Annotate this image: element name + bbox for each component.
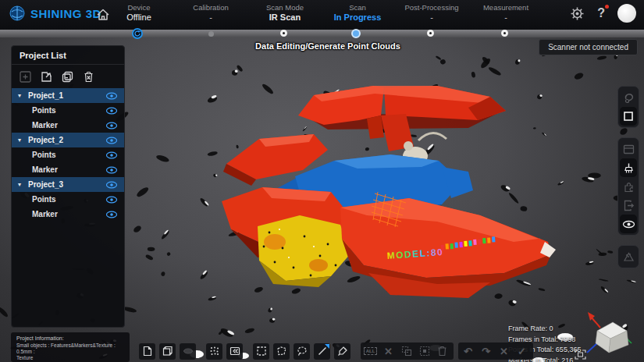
step-node-scan[interactable] <box>351 29 361 38</box>
visibility-toggle[interactable] <box>105 107 118 115</box>
visibility-toggle[interactable] <box>105 92 118 100</box>
step-node-device[interactable] <box>132 28 143 39</box>
new-project-button[interactable] <box>20 71 31 83</box>
expand-selection-button[interactable] <box>416 343 432 360</box>
project-2-points-row[interactable]: Points <box>12 147 124 162</box>
project-2-marker-row[interactable]: Marker <box>12 162 124 177</box>
project-row-2[interactable]: ▾ Project_2 <box>12 133 124 147</box>
broom-icon <box>623 162 635 174</box>
user-avatar[interactable] <box>617 4 636 23</box>
project-list-panel: Project List <box>11 45 125 328</box>
rect-selection-button[interactable] <box>253 343 269 360</box>
settings-button[interactable] <box>570 6 585 21</box>
project-information-line2: Texture <box>16 355 124 361</box>
rect-select-tool-button[interactable] <box>620 107 637 126</box>
step-measurement[interactable]: Measurement - <box>463 3 549 22</box>
collapse-caret-icon[interactable]: ▾ <box>18 92 24 99</box>
trash-icon <box>83 71 94 83</box>
points-icon <box>209 346 220 357</box>
project-3-points-row[interactable]: Points <box>12 192 124 207</box>
frame-back-button[interactable] <box>226 343 243 360</box>
layer-name: Points <box>32 151 101 159</box>
disc-tool-button[interactable] <box>180 343 196 360</box>
step-post-processing[interactable]: Post-Processing - <box>389 3 475 22</box>
visibility-mode-button[interactable] <box>620 215 637 233</box>
visibility-toggle[interactable] <box>105 137 118 144</box>
step-node-scan-mode[interactable] <box>280 30 287 37</box>
brush-icon <box>337 346 348 357</box>
step-label: Post-Processing <box>389 3 475 12</box>
visibility-toggle[interactable] <box>105 122 118 130</box>
layer-name: Points <box>32 195 101 204</box>
step-status: In Progress <box>315 12 400 22</box>
import-project-button[interactable] <box>41 71 52 83</box>
confirm-icon: ✓ <box>518 346 526 357</box>
brand-globe-icon <box>9 5 25 21</box>
cube-view-button[interactable] <box>159 343 176 360</box>
gear-icon <box>570 6 585 21</box>
delete-selection-button[interactable] <box>434 343 450 360</box>
line-selection-button[interactable] <box>314 343 330 360</box>
eye-icon <box>105 181 118 189</box>
confirm-edit-button[interactable]: ✓ <box>514 343 530 360</box>
scanner-status-toast: Scanner not connected <box>539 39 638 55</box>
step-calibration[interactable]: Calibration - <box>168 3 254 22</box>
step-node-calibration[interactable] <box>208 31 214 37</box>
cancel-icon: ✕ <box>500 346 508 357</box>
project-1-points-row[interactable]: Points <box>12 103 124 118</box>
help-button[interactable]: ? <box>597 6 605 20</box>
polygon-selection-button[interactable] <box>273 343 290 360</box>
view-cube-gizmo[interactable] <box>585 312 633 357</box>
step-scan[interactable]: Scan In Progress <box>315 3 400 22</box>
lasso-select-icon <box>297 346 308 357</box>
collapse-caret-icon[interactable]: ▾ <box>18 137 24 144</box>
eye-icon <box>622 220 635 229</box>
lasso-icon <box>623 92 635 104</box>
deselect-button[interactable]: ✕ <box>380 343 397 360</box>
dashed-rect-icon <box>256 346 267 357</box>
step-node-measurement[interactable] <box>501 30 508 37</box>
mesh-optimize-button[interactable] <box>620 247 637 266</box>
invert-selection-button[interactable] <box>398 343 415 360</box>
copy-icon <box>62 71 73 83</box>
visibility-toggle[interactable] <box>105 151 118 159</box>
visibility-toggle[interactable] <box>105 166 118 174</box>
export-data-button[interactable] <box>620 196 637 215</box>
history-actions-group: ↶ ↷ ✕ ✓ <box>458 342 533 360</box>
plugin-button[interactable] <box>620 177 637 196</box>
eye-icon <box>105 196 118 204</box>
delete-project-button[interactable] <box>83 71 94 83</box>
undo-button[interactable]: ↶ <box>460 343 476 360</box>
project-information-title: Project Information: <box>16 335 124 341</box>
lasso-selection-button[interactable] <box>294 343 310 360</box>
redo-button[interactable]: ↷ <box>478 343 494 360</box>
point-cloud-button[interactable] <box>206 343 222 360</box>
collapse-caret-icon[interactable]: ▾ <box>18 181 24 188</box>
view-cube-icon <box>585 312 633 357</box>
panel-view-button[interactable] <box>620 140 637 158</box>
visibility-toggle[interactable] <box>105 181 118 189</box>
brush-selection-button[interactable] <box>334 343 350 360</box>
project-information: Project Information: Small objects : Fea… <box>11 332 130 362</box>
visibility-toggle[interactable] <box>105 196 118 204</box>
new-scan-file-button[interactable] <box>139 343 155 360</box>
lasso-tool-button[interactable] <box>620 88 637 107</box>
puzzle-icon <box>623 181 635 193</box>
duplicate-project-button[interactable] <box>62 71 73 83</box>
selection-actions-group: ALL ✕ <box>361 342 454 360</box>
project-3-marker-row[interactable]: Marker <box>12 207 124 222</box>
cleanup-brush-button[interactable] <box>620 158 637 177</box>
eye-icon <box>105 107 118 115</box>
project-row-3[interactable]: ▾ Project_3 <box>12 177 124 192</box>
export-icon <box>623 200 635 211</box>
window-icon <box>623 144 635 154</box>
brand: SHINING 3D <box>9 5 101 21</box>
project-1-marker-row[interactable]: Marker <box>12 118 124 133</box>
project-row-1[interactable]: ▾ Project_1 <box>12 88 124 103</box>
step-node-post-processing[interactable] <box>427 30 434 37</box>
select-all-button[interactable]: ALL <box>362 343 379 360</box>
cancel-edit-button[interactable]: ✕ <box>496 343 512 360</box>
notification-dot <box>605 5 609 9</box>
rewind-frame-icon <box>229 346 240 357</box>
visibility-toggle[interactable] <box>105 211 118 218</box>
